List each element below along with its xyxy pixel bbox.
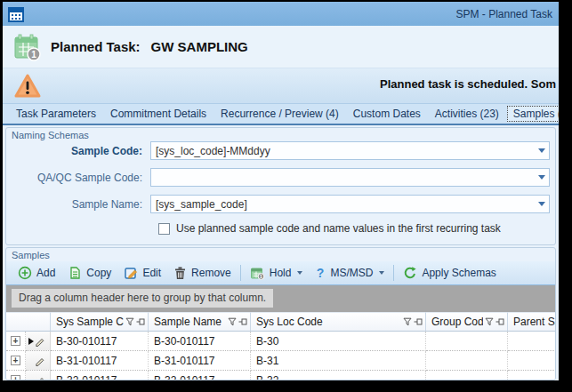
cell-parent-sample[interactable]	[508, 371, 555, 380]
column-header-group-code[interactable]: Group Code	[426, 312, 508, 332]
page-title-label: Planned Task:	[51, 39, 141, 54]
grid-header-blank	[6, 312, 51, 332]
add-button[interactable]: Add	[12, 263, 61, 283]
funnel-icon[interactable]	[485, 317, 494, 326]
sample-name-value: [sys_sample_code]	[151, 198, 534, 211]
tab-custom-dates[interactable]: Custom Dates	[347, 106, 427, 122]
cell-group-code[interactable]	[426, 351, 508, 371]
cell-sys-sample-code[interactable]: B-30-010117	[51, 332, 149, 351]
plus-box-icon[interactable]: +	[11, 356, 20, 365]
remove-button[interactable]: Remove	[167, 263, 238, 283]
funnel-icon[interactable]	[403, 317, 412, 326]
toolbar-separator	[240, 265, 241, 281]
refresh-arrow-icon	[403, 266, 417, 280]
warning-message: Planned task is scheduled. Som	[380, 77, 556, 91]
trash-icon	[173, 266, 187, 280]
qaqc-sample-code-combo[interactable]	[150, 168, 550, 187]
row-indicator-cell	[26, 351, 51, 371]
chevron-down-icon[interactable]	[534, 148, 549, 153]
tab-task-parameters[interactable]: Task Parameters	[10, 106, 102, 122]
column-header-sys-loc-code[interactable]: Sys Loc Code	[251, 312, 426, 332]
svg-text:1: 1	[260, 274, 262, 279]
pencil-square-icon	[124, 266, 138, 280]
remove-label: Remove	[191, 267, 231, 279]
tab-recurrence-preview[interactable]: Recurrence / Preview (4)	[214, 106, 345, 122]
table-row[interactable]: + B-32-010117 B-32-010117 B-32	[6, 371, 555, 380]
chevron-down-icon[interactable]	[534, 202, 549, 206]
naming-schemas-caption: Naming Schemas	[6, 128, 555, 141]
row-indicator-cell	[26, 371, 51, 380]
row-expand-cell[interactable]: +	[6, 332, 26, 351]
sample-name-label: Sample Name:	[6, 198, 150, 211]
samples-group: Samples Add Copy	[5, 247, 556, 380]
sample-code-combo[interactable]: [sys_loc_code]-MMddyy	[150, 141, 550, 160]
column-header-parent-sample[interactable]: Parent Sa	[508, 312, 555, 332]
column-title: Group Code	[431, 316, 483, 328]
cell-sys-loc-code[interactable]: B-32	[251, 371, 426, 380]
pushpin-icon[interactable]	[495, 317, 504, 326]
row-expand-cell[interactable]: +	[6, 351, 26, 371]
sample-code-row: Sample Code: [sys_loc_code]-MMddyy	[6, 141, 550, 160]
cell-parent-sample[interactable]	[508, 332, 555, 351]
cell-sys-loc-code[interactable]: B-30	[251, 332, 426, 351]
table-row[interactable]: + B-30-010117 B-30-010117 B-30	[6, 332, 555, 351]
apply-schemas-button[interactable]: Apply Schemas	[397, 263, 502, 283]
question-mark-icon: ?	[315, 266, 326, 280]
funnel-icon[interactable]	[125, 317, 134, 326]
column-header-sys-sample-code[interactable]: Sys Sample Code	[51, 312, 149, 332]
apply-schemas-label: Apply Schemas	[422, 267, 495, 279]
planned-task-calendar-icon: 1	[12, 32, 42, 62]
sample-code-label: Sample Code:	[6, 145, 150, 157]
use-planned-values-label: Use planned sample code and name values …	[176, 222, 501, 235]
qaqc-sample-code-label: QA/QC Sample Code:	[6, 172, 150, 184]
pushpin-icon[interactable]	[136, 317, 145, 326]
svg-text:?: ?	[317, 266, 325, 280]
pushpin-icon[interactable]	[414, 317, 423, 326]
msmsd-button[interactable]: ? MS/MSD	[309, 263, 391, 283]
calendar-badge-icon: 1	[250, 266, 265, 280]
pushpin-icon[interactable]	[238, 317, 247, 326]
row-expand-cell[interactable]: +	[6, 371, 26, 380]
group-by-panel[interactable]: Drag a column header here to group by th…	[6, 285, 555, 312]
hold-button[interactable]: 1 Hold	[244, 263, 310, 283]
cell-sys-sample-code[interactable]: B-32-010117	[51, 371, 149, 380]
tab-activities[interactable]: Activities (23)	[429, 106, 505, 122]
cell-sample-name[interactable]: B-30-010117	[149, 332, 251, 351]
sample-name-combo[interactable]: [sys_sample_code]	[150, 195, 550, 213]
edit-button[interactable]: Edit	[117, 263, 167, 283]
copy-button[interactable]: Copy	[61, 263, 117, 283]
page-header: 1 Planned Task:GW SAMPLING	[3, 26, 559, 68]
column-header-sample-name[interactable]: Sample Name	[149, 312, 251, 332]
cell-sample-name[interactable]: B-31-010117	[149, 351, 251, 371]
spm-planned-task-window: SPM - Planned Task 1 Planned Task:GW SAM…	[3, 2, 559, 380]
funnel-icon[interactable]	[228, 317, 237, 326]
window-title: SPM - Planned Task	[456, 8, 555, 20]
cell-sys-sample-code[interactable]: B-31-010117	[51, 351, 149, 371]
grid-header-row: Sys Sample Code Sample Name Sys Loc Code	[6, 312, 555, 332]
tab-samples[interactable]: Samples (25)	[507, 106, 559, 122]
table-row[interactable]: + B-31-010117 B-31-010117 B-31	[6, 351, 555, 371]
cell-group-code[interactable]	[426, 371, 508, 380]
cell-sys-loc-code[interactable]: B-31	[251, 351, 426, 371]
chevron-down-icon[interactable]	[534, 175, 549, 180]
column-title: Sys Loc Code	[256, 316, 401, 328]
cell-group-code[interactable]	[426, 332, 508, 351]
qaqc-sample-code-row: QA/QC Sample Code:	[6, 168, 550, 187]
group-by-hint: Drag a column header here to group by th…	[12, 289, 273, 308]
plus-box-icon[interactable]: +	[11, 336, 20, 346]
cell-sample-name[interactable]: B-32-010117	[149, 371, 251, 380]
plus-box-icon[interactable]: +	[11, 375, 20, 380]
cell-parent-sample[interactable]	[508, 351, 555, 371]
samples-caption: Samples	[6, 248, 555, 261]
column-title: Parent Sa	[513, 316, 555, 328]
use-planned-values-checkbox[interactable]	[158, 223, 170, 235]
column-title: Sample Name	[154, 316, 226, 328]
warning-triangle-icon	[13, 73, 42, 103]
add-label: Add	[36, 267, 55, 279]
samples-toolbar: Add Copy Edit	[6, 261, 555, 285]
document-icon	[68, 266, 82, 280]
row-indicator-cell	[26, 332, 51, 351]
tab-commitment-details[interactable]: Commitment Details	[104, 106, 213, 122]
tab-bar: Task Parameters Commitment Details Recur…	[3, 104, 559, 125]
copy-label: Copy	[86, 267, 111, 279]
